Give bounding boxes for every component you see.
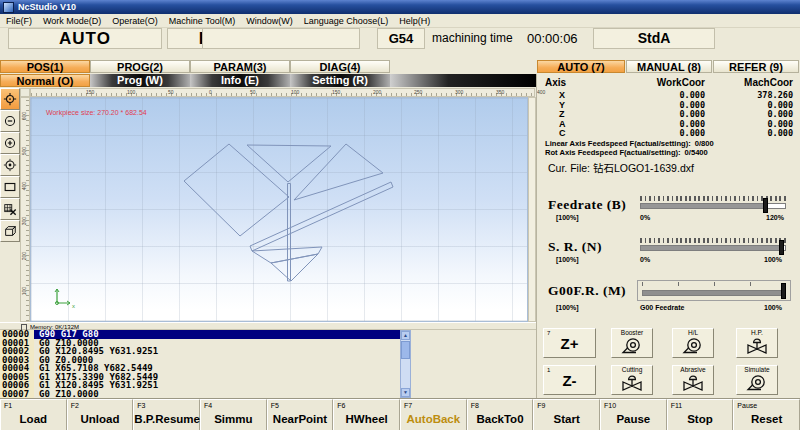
tab-prog-w[interactable]: Prog (W)	[90, 74, 190, 87]
menu-item[interactable]: Window(W)	[246, 16, 293, 26]
fkey-backto0[interactable]: F8BackTo0	[467, 399, 534, 430]
z-minus-button[interactable]: 1 Z-	[543, 365, 596, 395]
ruler-tick-label: 350	[496, 89, 504, 95]
z-plus-hotkey: 7	[547, 330, 550, 336]
fkey-reset[interactable]: PauseReset	[733, 399, 800, 430]
fkey-load[interactable]: F1Load	[0, 399, 67, 430]
io-button-abrasive[interactable]: Abrasive	[672, 365, 714, 395]
gcode-line-code: G0 Z10.0000	[34, 390, 400, 399]
spindle-rate-label: S. R. (N)	[548, 239, 602, 255]
title-bar: NcStudio V10	[0, 0, 800, 14]
g00-feedrate-track[interactable]	[642, 290, 786, 296]
status-coord-system: G54	[377, 28, 425, 49]
menu-item[interactable]: Language Choose(L)	[304, 16, 389, 26]
zoom-out-button[interactable]	[0, 110, 20, 132]
toolpath-drawing	[31, 98, 529, 323]
tab-normal[interactable]: Normal (O)	[0, 74, 90, 87]
scroll-down-icon[interactable]: ▼	[401, 388, 410, 397]
io-button-hl[interactable]: H/L	[672, 328, 714, 358]
scroll-up-icon[interactable]: ▲	[401, 331, 410, 340]
fkey-autoback[interactable]: F7AutoBack	[400, 399, 467, 430]
menu-item[interactable]: Machine Tool(M)	[169, 16, 235, 26]
feedrate-slider[interactable]	[640, 196, 786, 209]
g00-feedrate-ticks	[642, 282, 786, 286]
tab-info[interactable]: Info (E)	[190, 74, 290, 87]
fkey-bpresume[interactable]: F3B.P.Resume	[133, 399, 200, 430]
menu-item[interactable]: Work Mode(D)	[43, 16, 101, 26]
linear-feedspeed-value: 0/800	[695, 139, 714, 148]
spindle-rate-current: [100%]	[556, 256, 579, 263]
fkey-pause[interactable]: F10Pause	[600, 399, 667, 430]
io-button-booster[interactable]: Booster	[611, 328, 653, 358]
spindle-rate-handle[interactable]	[779, 240, 784, 255]
gcode-list[interactable]: 00000G90 G17 G8000001G0 Z10.000000002G0 …	[0, 330, 400, 398]
gcode-line[interactable]: 00007G0 Z10.0000	[0, 390, 400, 399]
g00-feedrate-max: 100%	[764, 304, 782, 311]
feedrate-handle[interactable]	[763, 198, 768, 213]
fkey-hotkey: F8	[471, 402, 479, 409]
g00-feedrate-slider[interactable]	[637, 280, 791, 301]
fit-view-button[interactable]	[0, 176, 20, 198]
menu-item[interactable]: File(F)	[6, 16, 32, 26]
ruler-tick-label: 600	[21, 112, 27, 120]
tab-prog[interactable]: PROG(2)	[90, 60, 190, 73]
feedrate-track[interactable]	[640, 203, 786, 209]
zoom-out-icon	[3, 114, 17, 128]
fkey-hotkey: F11	[671, 402, 683, 409]
toolpath-canvas[interactable]: Workpiece size: 270.20 * 682.54 x	[30, 97, 528, 322]
canvas-scrollbar[interactable]	[528, 97, 536, 322]
feedrate-label: Feedrate (B)	[548, 197, 626, 213]
feedrate-max: 120%	[766, 214, 784, 221]
tab-manual[interactable]: MANUAL (8)	[626, 60, 712, 73]
io-button-label: Booster	[612, 329, 652, 337]
fkey-hotkey: F7	[404, 402, 412, 409]
fkey-start[interactable]: F9Start	[533, 399, 600, 430]
fkey-label: Reset	[734, 413, 799, 425]
axis-table-header: Axis WorkCoor MachCoor	[545, 77, 793, 88]
locate-tool-button[interactable]	[0, 88, 20, 110]
fkey-hwheel[interactable]: F6HWheel	[333, 399, 400, 430]
tab-pos[interactable]: POS(1)	[0, 60, 90, 73]
center-view-button[interactable]	[0, 154, 20, 176]
spindle-rate-track[interactable]	[640, 245, 786, 251]
z-plus-button[interactable]: 7 Z+	[543, 328, 596, 358]
tab-diag[interactable]: DIAG(4)	[290, 60, 390, 73]
fkey-unload[interactable]: F2Unload	[67, 399, 134, 430]
z-plus-label: Z+	[561, 335, 579, 352]
fkey-nearpoint[interactable]: F5NearPoint	[267, 399, 334, 430]
machcoor-col-header: MachCoor	[705, 77, 793, 88]
view-3d-button[interactable]	[0, 220, 20, 242]
fkey-simmu[interactable]: F4Simmu	[200, 399, 267, 430]
io-button-hp[interactable]: H.P.	[736, 328, 778, 358]
spindle-rate-slider[interactable]	[640, 238, 786, 251]
drawing-polygon	[247, 145, 331, 182]
gcode-scrollbar[interactable]: ▲ ▼	[400, 330, 411, 398]
panel-divider	[536, 74, 537, 398]
fkey-stop[interactable]: F11Stop	[667, 399, 734, 430]
io-button-simulate[interactable]: Simulate	[736, 365, 778, 395]
fkey-label: BackTo0	[468, 413, 533, 425]
menu-item[interactable]: Operate(O)	[112, 16, 158, 26]
io-button-label: Cutting	[612, 366, 652, 374]
axis-name: A	[545, 120, 595, 130]
axis-row-c: C0.0000.000	[545, 129, 793, 139]
tab-setting[interactable]: Setting (R)	[290, 74, 390, 87]
axis-name: Y	[545, 101, 595, 111]
ruler-tick-label: 200	[21, 252, 27, 260]
axis-row-z: Z0.0000.000	[545, 110, 793, 120]
tab-refer[interactable]: REFER (9)	[713, 60, 799, 73]
workcoor-col-header: WorkCoor	[595, 77, 705, 88]
tab-param[interactable]: PARAM(3)	[190, 60, 290, 73]
menu-item[interactable]: Help(H)	[399, 16, 430, 26]
g00-feedrate-handle[interactable]	[781, 283, 786, 299]
status-mode: AUTO	[8, 28, 162, 49]
tab-auto[interactable]: AUTO (7)	[537, 60, 625, 73]
zoom-in-button[interactable]	[0, 132, 20, 154]
app-icon	[3, 2, 14, 13]
ruler-tick-label: 500	[21, 147, 27, 155]
clear-trace-button[interactable]	[0, 198, 20, 220]
scroll-thumb[interactable]	[401, 341, 410, 359]
io-button-cutting[interactable]: Cutting	[611, 365, 653, 395]
fkey-label: B.P.Resume	[134, 413, 199, 425]
rot-feedspeed-label: Rot Axis Feedspeed F(actual/setting):	[545, 148, 681, 157]
